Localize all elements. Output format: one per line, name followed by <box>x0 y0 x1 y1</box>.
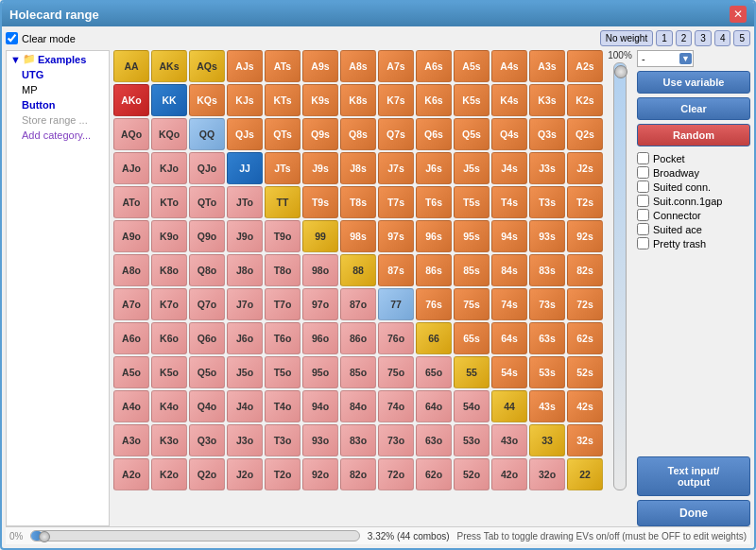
grid-cell-ajs[interactable]: AJs <box>227 50 263 82</box>
grid-cell-jts[interactable]: JTs <box>265 152 301 184</box>
grid-cell-k3o[interactable]: K3o <box>151 424 187 456</box>
grid-cell-a2o[interactable]: A2o <box>113 458 149 490</box>
grid-cell-k2o[interactable]: K2o <box>151 458 187 490</box>
weight-btn-3[interactable]: 3 <box>695 30 712 46</box>
grid-cell-a7o[interactable]: A7o <box>113 288 149 320</box>
grid-cell-ajo[interactable]: AJo <box>113 152 149 184</box>
grid-cell-85o[interactable]: 85o <box>340 356 376 388</box>
weight-btn-1[interactable]: 1 <box>656 30 673 46</box>
grid-cell-98s[interactable]: 98s <box>340 220 376 252</box>
close-button[interactable]: ✕ <box>730 6 747 23</box>
grid-cell-tt[interactable]: TT <box>265 186 301 218</box>
grid-cell-64s[interactable]: 64s <box>491 322 527 354</box>
grid-cell-94o[interactable]: 94o <box>302 390 338 422</box>
clear-mode-checkbox[interactable] <box>6 32 18 44</box>
grid-cell-t7s[interactable]: T7s <box>378 186 414 218</box>
grid-cell-q9o[interactable]: Q9o <box>189 220 225 252</box>
sidebar-item-mp[interactable]: MP <box>7 82 109 97</box>
grid-cell-q2s[interactable]: Q2s <box>567 118 603 150</box>
grid-cell-92s[interactable]: 92s <box>567 220 603 252</box>
grid-cell-a2s[interactable]: A2s <box>567 50 603 82</box>
grid-cell-q4o[interactable]: Q4o <box>189 390 225 422</box>
grid-cell-k4s[interactable]: K4s <box>491 84 527 116</box>
grid-cell-a4o[interactable]: A4o <box>113 390 149 422</box>
grid-cell-ats[interactable]: ATs <box>265 50 301 82</box>
grid-cell-k7s[interactable]: K7s <box>378 84 414 116</box>
grid-cell-63o[interactable]: 63o <box>416 424 452 456</box>
grid-cell-t9s[interactable]: T9s <box>302 186 338 218</box>
grid-cell-kqs[interactable]: KQs <box>189 84 225 116</box>
grid-cell-52s[interactable]: 52s <box>567 356 603 388</box>
grid-cell-77[interactable]: 77 <box>378 288 414 320</box>
grid-cell-a5s[interactable]: A5s <box>454 50 490 82</box>
grid-cell-kjo[interactable]: KJo <box>151 152 187 184</box>
grid-cell-k8o[interactable]: K8o <box>151 254 187 286</box>
grid-cell-t7o[interactable]: T7o <box>265 288 301 320</box>
pretty-trash-checkbox[interactable] <box>637 237 649 249</box>
grid-cell-k9s[interactable]: K9s <box>302 84 338 116</box>
grid-cell-kjs[interactable]: KJs <box>227 84 263 116</box>
grid-cell-42s[interactable]: 42s <box>567 390 603 422</box>
grid-cell-kts[interactable]: KTs <box>265 84 301 116</box>
grid-cell-j8o[interactable]: J8o <box>227 254 263 286</box>
grid-cell-qjs[interactable]: QJs <box>227 118 263 150</box>
grid-cell-99[interactable]: 99 <box>302 220 338 252</box>
grid-cell-k2s[interactable]: K2s <box>567 84 603 116</box>
grid-cell-44[interactable]: 44 <box>491 390 527 422</box>
grid-cell-65s[interactable]: 65s <box>454 322 490 354</box>
grid-cell-t3s[interactable]: T3s <box>529 186 565 218</box>
grid-cell-97s[interactable]: 97s <box>378 220 414 252</box>
grid-cell-j6s[interactable]: J6s <box>416 152 452 184</box>
grid-cell-92o[interactable]: 92o <box>302 458 338 490</box>
grid-cell-q6o[interactable]: Q6o <box>189 322 225 354</box>
grid-cell-83o[interactable]: 83o <box>340 424 376 456</box>
grid-cell-qto[interactable]: QTo <box>189 186 225 218</box>
grid-cell-74o[interactable]: 74o <box>378 390 414 422</box>
grid-cell-86o[interactable]: 86o <box>340 322 376 354</box>
grid-cell-32s[interactable]: 32s <box>567 424 603 456</box>
grid-cell-ako[interactable]: AKo <box>113 84 149 116</box>
horizontal-slider-track[interactable] <box>30 530 359 541</box>
grid-cell-k9o[interactable]: K9o <box>151 220 187 252</box>
grid-cell-ato[interactable]: ATo <box>113 186 149 218</box>
grid-cell-aks[interactable]: AKs <box>151 50 187 82</box>
weight-btn-5[interactable]: 5 <box>733 30 750 46</box>
variable-dropdown[interactable]: - <box>637 50 694 67</box>
grid-cell-75o[interactable]: 75o <box>378 356 414 388</box>
grid-cell-q2o[interactable]: Q2o <box>189 458 225 490</box>
grid-cell-q5o[interactable]: Q5o <box>189 356 225 388</box>
grid-cell-32o[interactable]: 32o <box>529 458 565 490</box>
grid-cell-q3o[interactable]: Q3o <box>189 424 225 456</box>
grid-cell-96o[interactable]: 96o <box>302 322 338 354</box>
grid-cell-q8s[interactable]: Q8s <box>340 118 376 150</box>
grid-cell-72o[interactable]: 72o <box>378 458 414 490</box>
grid-cell-q8o[interactable]: Q8o <box>189 254 225 286</box>
grid-cell-j6o[interactable]: J6o <box>227 322 263 354</box>
grid-cell-aa[interactable]: AA <box>113 50 149 82</box>
suit-conn-1gap-checkbox[interactable] <box>637 195 649 207</box>
grid-cell-t6s[interactable]: T6s <box>416 186 452 218</box>
grid-cell-k7o[interactable]: K7o <box>151 288 187 320</box>
grid-cell-95s[interactable]: 95s <box>454 220 490 252</box>
grid-cell-64o[interactable]: 64o <box>416 390 452 422</box>
suited-ace-checkbox[interactable] <box>637 223 649 235</box>
grid-cell-93o[interactable]: 93o <box>302 424 338 456</box>
grid-cell-q4s[interactable]: Q4s <box>491 118 527 150</box>
grid-cell-a3s[interactable]: A3s <box>529 50 565 82</box>
sidebar-header[interactable]: ▼ 📁 Examples <box>7 51 109 67</box>
grid-cell-73s[interactable]: 73s <box>529 288 565 320</box>
grid-cell-j8s[interactable]: J8s <box>340 152 376 184</box>
sidebar-item-button[interactable]: Button <box>7 97 109 112</box>
grid-cell-t5o[interactable]: T5o <box>265 356 301 388</box>
grid-cell-j2s[interactable]: J2s <box>567 152 603 184</box>
grid-cell-q7s[interactable]: Q7s <box>378 118 414 150</box>
grid-cell-a8o[interactable]: A8o <box>113 254 149 286</box>
weight-btn-2[interactable]: 2 <box>676 30 693 46</box>
grid-cell-62s[interactable]: 62s <box>567 322 603 354</box>
grid-cell-86s[interactable]: 86s <box>416 254 452 286</box>
grid-cell-j3s[interactable]: J3s <box>529 152 565 184</box>
grid-cell-63s[interactable]: 63s <box>529 322 565 354</box>
grid-cell-a3o[interactable]: A3o <box>113 424 149 456</box>
connector-checkbox[interactable] <box>637 209 649 221</box>
grid-cell-a7s[interactable]: A7s <box>378 50 414 82</box>
